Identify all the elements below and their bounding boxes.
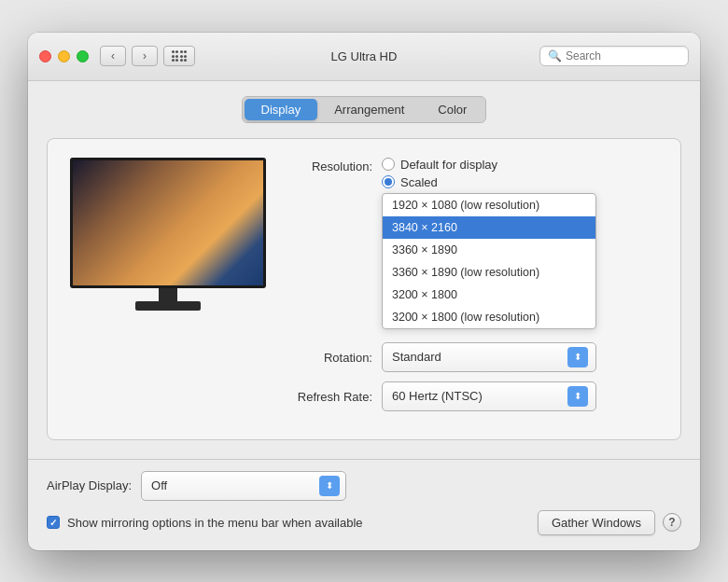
rotation-label: Rotation: bbox=[288, 349, 382, 365]
rotation-arrows-icon: ⬍ bbox=[567, 347, 588, 367]
resolution-option-5[interactable]: 3200 × 1800 (low resolution) bbox=[383, 306, 595, 328]
minimize-button[interactable] bbox=[58, 50, 70, 62]
window: ‹ › LG Ultra HD 🔍 Display Arrangement Co… bbox=[28, 33, 700, 550]
grid-view-button[interactable] bbox=[163, 46, 195, 66]
monitor-preview bbox=[70, 158, 266, 311]
airplay-arrows-icon: ⬍ bbox=[319, 476, 340, 496]
resolution-row: Resolution: Default for display Scaled bbox=[288, 158, 658, 329]
search-icon: 🔍 bbox=[548, 49, 562, 62]
titlebar: ‹ › LG Ultra HD 🔍 bbox=[28, 33, 700, 81]
mirroring-checkbox[interactable] bbox=[47, 516, 60, 529]
airplay-value: Off bbox=[151, 478, 319, 492]
maximize-button[interactable] bbox=[77, 50, 89, 62]
radio-scaled-input[interactable] bbox=[382, 175, 395, 188]
airplay-row: AirPlay Display: Off ⬍ bbox=[47, 471, 681, 501]
monitor-base bbox=[135, 301, 201, 311]
bottom-area: AirPlay Display: Off ⬍ Show mirroring op… bbox=[28, 460, 700, 550]
back-button[interactable]: ‹ bbox=[100, 46, 126, 66]
radio-scaled-label: Scaled bbox=[400, 175, 438, 189]
refresh-rate-arrows-icon: ⬍ bbox=[567, 386, 588, 407]
airplay-label: AirPlay Display: bbox=[47, 478, 132, 492]
search-box[interactable]: 🔍 bbox=[539, 46, 689, 66]
rotation-value: Standard bbox=[392, 350, 567, 364]
settings-area: Resolution: Default for display Scaled bbox=[288, 158, 658, 421]
radio-default-label: Default for display bbox=[400, 158, 497, 172]
nav-buttons: ‹ › bbox=[100, 46, 158, 66]
resolution-option-0[interactable]: 1920 × 1080 (low resolution) bbox=[383, 194, 595, 216]
tab-display[interactable]: Display bbox=[245, 99, 318, 120]
rotation-select[interactable]: Standard ⬍ bbox=[382, 342, 596, 372]
radio-default-input[interactable] bbox=[382, 158, 395, 171]
close-button[interactable] bbox=[39, 50, 51, 62]
tab-arrangement[interactable]: Arrangement bbox=[317, 99, 421, 120]
refresh-rate-row: Refresh Rate: 60 Hertz (NTSC) ⬍ bbox=[288, 381, 658, 411]
main-content: Display Arrangement Color Resolution: bbox=[28, 81, 700, 459]
tab-color[interactable]: Color bbox=[421, 99, 483, 120]
gather-windows-button[interactable]: Gather Windows bbox=[538, 510, 655, 535]
mirroring-label: Show mirroring options in the menu bar w… bbox=[67, 516, 363, 530]
radio-default[interactable]: Default for display bbox=[382, 158, 596, 172]
tabs-row: Display Arrangement Color bbox=[47, 96, 681, 123]
forward-button[interactable]: › bbox=[132, 46, 158, 66]
search-input[interactable] bbox=[566, 49, 680, 62]
settings-panel: Resolution: Default for display Scaled bbox=[47, 138, 681, 440]
resolution-option-1[interactable]: 3840 × 2160 bbox=[383, 216, 595, 239]
mirroring-row: Show mirroring options in the menu bar w… bbox=[47, 510, 681, 535]
resolution-option-4[interactable]: 3200 × 1800 bbox=[383, 284, 595, 306]
help-button[interactable]: ? bbox=[663, 513, 681, 532]
monitor-screen bbox=[70, 158, 266, 288]
window-title: LG Ultra HD bbox=[331, 49, 398, 63]
refresh-rate-label: Refresh Rate: bbox=[288, 388, 382, 404]
radio-group: Default for display Scaled bbox=[382, 158, 596, 189]
resolution-option-2[interactable]: 3360 × 1890 bbox=[383, 239, 595, 261]
radio-scaled[interactable]: Scaled bbox=[382, 175, 596, 189]
refresh-rate-select[interactable]: 60 Hertz (NTSC) ⬍ bbox=[382, 381, 596, 411]
tab-group: Display Arrangement Color bbox=[242, 96, 487, 123]
traffic-lights bbox=[39, 50, 89, 62]
refresh-rate-value: 60 Hertz (NTSC) bbox=[392, 389, 567, 403]
resolution-list: 1920 × 1080 (low resolution) 3840 × 2160… bbox=[382, 193, 596, 329]
bottom-row-right: Gather Windows ? bbox=[538, 510, 681, 535]
resolution-label: Resolution: bbox=[288, 158, 382, 173]
resolution-option-3[interactable]: 3360 × 1890 (low resolution) bbox=[383, 261, 595, 284]
rotation-row: Rotation: Standard ⬍ bbox=[288, 342, 658, 372]
airplay-select[interactable]: Off ⬍ bbox=[141, 471, 346, 501]
monitor-neck bbox=[159, 288, 177, 301]
